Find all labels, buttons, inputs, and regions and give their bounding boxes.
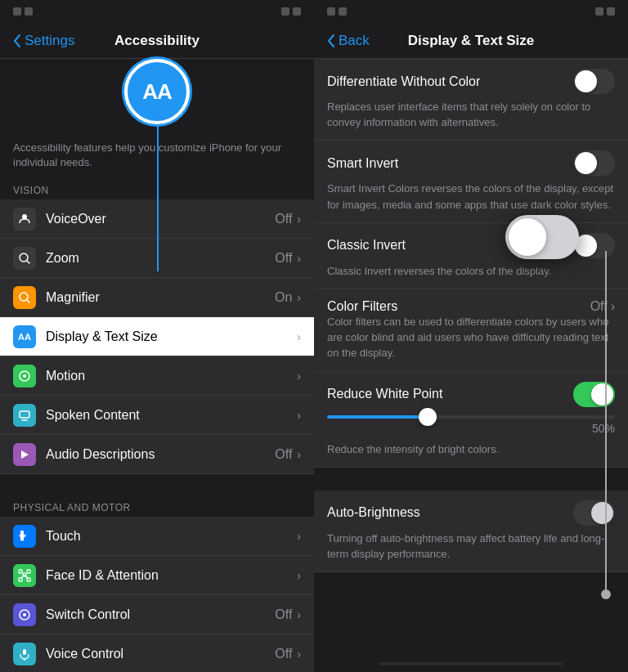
switch-control-row[interactable]: Switch Control Off › — [0, 595, 314, 634]
audio-desc-chevron: › — [297, 448, 301, 461]
motion-label: Motion — [46, 369, 297, 383]
white-point-slider-fill — [327, 415, 428, 419]
zoom-icon — [13, 247, 36, 270]
voice-control-value: Off — [275, 647, 292, 661]
motion-row[interactable]: Motion › — [0, 356, 314, 396]
spoken-content-chevron: › — [297, 409, 301, 422]
right-status-bar-left — [327, 7, 347, 16]
back-label: Settings — [25, 33, 74, 49]
display-text-size-row[interactable]: AA Display & Text Size › — [0, 317, 314, 356]
audio-desc-label: Audio Descriptions — [46, 447, 275, 462]
color-filters-desc: Color filters can be used to differentia… — [327, 316, 608, 359]
status-dot-4 — [293, 7, 301, 16]
magnifier-label: Magnifier — [46, 290, 275, 305]
white-point-slider-percent: 50% — [327, 422, 615, 435]
differentiate-color-item: Differentiate Without Color Replaces use… — [314, 59, 628, 141]
svg-rect-9 — [19, 578, 22, 581]
differentiate-color-toggle[interactable] — [573, 69, 615, 94]
magnifier-icon — [13, 286, 36, 309]
left-nav-bar: Settings Accessibility — [0, 23, 314, 59]
smart-invert-row: Smart Invert — [327, 150, 615, 176]
auto-brightness-desc: Turning off auto-brightness may affect b… — [327, 532, 604, 560]
svg-point-13 — [23, 613, 26, 616]
white-point-slider-thumb[interactable] — [419, 408, 437, 426]
motion-icon — [13, 365, 36, 388]
white-point-slider-track — [327, 415, 615, 419]
right-status-bar — [314, 0, 628, 23]
auto-brightness-toggle[interactable] — [573, 500, 615, 526]
back-button[interactable]: Settings — [13, 33, 74, 49]
color-filters-row[interactable]: Color Filters Off › — [327, 299, 615, 314]
left-status-bar — [0, 0, 314, 23]
right-back-label: Back — [339, 33, 370, 49]
zoom-chevron: › — [297, 252, 301, 265]
auto-brightness-toggle-thumb — [591, 502, 613, 524]
left-nav-title: Accessibility — [114, 33, 200, 49]
svg-rect-10 — [27, 578, 30, 581]
status-bar-right — [281, 7, 301, 16]
spoken-content-row[interactable]: Spoken Content › — [0, 396, 314, 435]
classic-invert-toggle-overlay — [505, 215, 579, 259]
right-nav-bar: Back Display & Text Size — [314, 23, 628, 59]
voice-control-row[interactable]: Voice Control Off › — [0, 634, 314, 672]
svg-rect-5 — [20, 411, 29, 418]
right-status-dot-2 — [339, 7, 347, 16]
back-chevron-icon — [13, 34, 21, 47]
status-dot-2 — [25, 7, 33, 16]
smart-invert-toggle[interactable] — [573, 150, 615, 176]
spoken-content-icon — [13, 404, 36, 427]
color-filters-value-group: Off › — [590, 299, 615, 314]
smart-invert-toggle-thumb — [575, 152, 597, 174]
switch-control-value: Off — [275, 607, 292, 622]
section-gap-1 — [0, 474, 314, 497]
display-text-size-chevron: › — [297, 330, 301, 343]
svg-point-0 — [22, 214, 27, 219]
touch-label: Touch — [46, 529, 297, 544]
zoom-label: Zoom — [46, 251, 275, 266]
magnifier-value: On — [275, 290, 292, 305]
classic-invert-toggle[interactable] — [573, 233, 615, 258]
right-back-button[interactable]: Back — [327, 33, 370, 49]
magnifier-chevron: › — [297, 291, 301, 304]
differentiate-color-desc: Replaces user interface items that rely … — [327, 101, 590, 128]
voiceover-chevron: › — [297, 213, 301, 226]
voice-control-label: Voice Control — [46, 647, 275, 661]
motion-chevron: › — [297, 370, 301, 383]
color-filters-item: Color Filters Off › Color filters can be… — [314, 289, 628, 372]
voice-control-icon — [13, 643, 36, 665]
audio-desc-icon — [13, 443, 36, 466]
right-content: Differentiate Without Color Replaces use… — [314, 59, 628, 656]
differentiate-color-toggle-thumb — [575, 70, 597, 92]
face-id-chevron: › — [297, 569, 301, 582]
touch-row[interactable]: Touch › — [0, 517, 314, 556]
aa-label: AA — [142, 79, 172, 105]
smart-invert-item: Smart Invert Smart Invert Colors reverse… — [314, 141, 628, 222]
touch-chevron: › — [297, 530, 301, 543]
audio-desc-value: Off — [275, 447, 292, 462]
bottom-spacing-2 — [314, 665, 628, 672]
voiceover-icon — [13, 208, 36, 231]
reduce-white-point-row: Reduce White Point — [327, 382, 615, 407]
right-panel: Back Display & Text Size Differentiate W… — [314, 0, 628, 672]
reduce-white-point-item: Reduce White Point 50% Reduce the intens… — [314, 372, 628, 468]
right-back-chevron-icon — [327, 34, 335, 47]
face-id-row[interactable]: Face ID & Attention › — [0, 556, 314, 595]
svg-rect-14 — [23, 649, 26, 655]
audio-desc-row[interactable]: Audio Descriptions Off › — [0, 435, 314, 474]
aa-icon-wrapper: AA — [124, 59, 190, 124]
reduce-white-point-desc: Reduce the intensity of bright colors. — [327, 443, 499, 455]
face-id-icon — [13, 564, 36, 587]
auto-brightness-item: Auto-Brightness Turning off auto-brightn… — [314, 491, 628, 572]
right-section-gap — [314, 468, 628, 491]
differentiate-color-label: Differentiate Without Color — [327, 74, 480, 89]
magnifier-row[interactable]: Magnifier On › — [0, 278, 314, 317]
aa-circle: AA — [124, 59, 190, 124]
differentiate-color-row: Differentiate Without Color — [327, 69, 615, 94]
switch-control-label: Switch Control — [46, 607, 275, 622]
bottom-spacing — [314, 656, 628, 662]
reduce-white-point-toggle[interactable] — [573, 382, 615, 407]
classic-invert-item: Classic Invert Classic Invert reverses t… — [314, 223, 628, 289]
classic-invert-overlay-thumb — [509, 218, 546, 256]
status-bar-left — [13, 7, 33, 16]
blue-line — [157, 124, 159, 271]
